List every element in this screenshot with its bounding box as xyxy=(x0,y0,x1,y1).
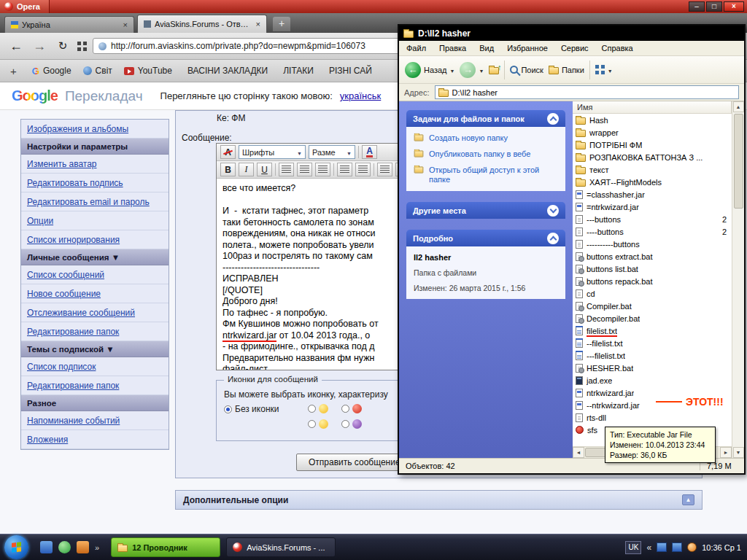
sidebar-item[interactable]: Опции xyxy=(21,211,169,230)
file-row[interactable]: ----------buttons xyxy=(573,238,732,250)
bookmark-item[interactable]: ЛІТАКИ xyxy=(279,66,314,76)
align-left-button[interactable] xyxy=(279,163,294,176)
tab-aviaskins[interactable]: AviaSkins.Forums - Ответит xyxy=(137,15,267,33)
task-link[interactable]: Опубликовать папку в вебе xyxy=(414,149,558,159)
sidebar-item[interactable]: Напоминание событий xyxy=(21,411,169,430)
chevron-down-icon[interactable] xyxy=(608,66,613,74)
menu-item[interactable]: Справка xyxy=(602,44,633,52)
menu-item[interactable]: Правка xyxy=(439,44,466,52)
bookmark-item[interactable]: Світ xyxy=(83,66,112,76)
taskbar-clock[interactable]: 10:36 Ср 1 xyxy=(702,543,741,552)
taskbar-button-opera[interactable]: AviaSkins.Forums - ... xyxy=(226,537,336,557)
sidebar-item[interactable]: Редактировать подпись xyxy=(21,174,169,192)
collapse-chevron-icon[interactable] xyxy=(547,233,559,244)
icon-radio[interactable] xyxy=(308,404,328,413)
file-row[interactable]: HESHER.bat xyxy=(573,362,732,374)
bookmark-item[interactable]: РІЗНІ САЙ xyxy=(325,66,372,76)
file-row[interactable]: buttons extract.bat xyxy=(573,250,732,262)
collapse-tray-icon[interactable] xyxy=(646,542,651,553)
file-row[interactable]: cd xyxy=(573,287,732,300)
file-row[interactable]: jad.exe xyxy=(573,374,732,386)
file-row[interactable]: Compiler.bat xyxy=(573,300,732,312)
sidebar-item[interactable]: Вложения xyxy=(21,430,169,449)
bookmark-item[interactable]: YouTube xyxy=(124,66,172,76)
icon-radio[interactable] xyxy=(341,404,362,413)
file-row[interactable]: текст xyxy=(573,163,732,176)
sidebar-item[interactable]: Изображения и альбомы xyxy=(21,120,169,139)
opera-titlebar[interactable]: Opera xyxy=(0,0,747,13)
size-select[interactable]: Разме xyxy=(309,145,355,159)
back-button[interactable] xyxy=(7,39,25,54)
quick-launch-icon-2[interactable] xyxy=(58,541,71,553)
tab-close-icon[interactable] xyxy=(123,20,128,29)
up-folder-button[interactable] xyxy=(489,67,499,74)
address-input[interactable]: D:\Il2 hasher xyxy=(435,85,739,99)
additional-options-header[interactable]: Дополнительные опции xyxy=(175,490,703,510)
remove-format-button[interactable] xyxy=(220,145,236,159)
menu-item[interactable]: Файл xyxy=(406,44,426,52)
menu-item[interactable]: Избранное xyxy=(507,44,548,52)
file-row[interactable]: buttons list.bat xyxy=(573,262,732,275)
collapse-chevron-icon[interactable] xyxy=(547,113,559,125)
file-row[interactable]: wrapper xyxy=(573,126,732,139)
bold-button[interactable]: B xyxy=(220,163,236,176)
opera-menu-button[interactable]: Opera xyxy=(0,0,50,13)
explorer-titlebar[interactable]: D:\Il2 hasher xyxy=(399,26,744,41)
close-icon[interactable] xyxy=(724,1,744,12)
bookmark-item[interactable]: Google xyxy=(32,66,71,77)
file-row[interactable]: Decompiler.bat xyxy=(573,312,732,324)
quick-launch-snagit-icon[interactable] xyxy=(77,541,89,553)
file-row[interactable]: ПОТРІБНІ ФМ xyxy=(573,139,732,151)
font-select[interactable]: Шрифты xyxy=(239,145,306,159)
file-row[interactable]: ----buttons 2 xyxy=(573,225,732,238)
outdent-button[interactable] xyxy=(377,163,392,176)
sidebar-item[interactable]: Разное xyxy=(21,395,169,411)
taskbar-button-explorer[interactable]: 12 Проводник xyxy=(111,537,220,557)
sidebar-item[interactable]: Темы с подпиской ▼ xyxy=(21,341,169,357)
file-tasks-header[interactable]: Задачи для файлов и папок xyxy=(406,110,565,127)
tray-monitor-icon[interactable] xyxy=(672,542,682,552)
column-header-name[interactable]: Имя xyxy=(573,101,732,114)
sidebar-item[interactable]: Список сообщений xyxy=(21,265,169,284)
back-button[interactable]: Назад xyxy=(405,62,454,78)
chevron-down-icon[interactable] xyxy=(450,66,455,74)
details-header[interactable]: Подробно xyxy=(406,230,565,246)
file-row[interactable]: =classhasher.jar xyxy=(573,188,732,201)
file-row[interactable]: ---filelist.txt xyxy=(573,349,732,362)
bookmark-item[interactable]: ВАСІНИ ЗАКЛАДКИ xyxy=(184,66,268,76)
maximize-icon[interactable] xyxy=(706,1,722,12)
file-row[interactable]: Hash xyxy=(573,114,732,126)
file-row[interactable]: rts-dll xyxy=(573,411,732,424)
task-link[interactable]: Создать новую папку xyxy=(414,133,558,143)
file-row[interactable]: buttons repack.bat xyxy=(573,275,732,287)
sidebar-item[interactable]: Отслеживание сообщений xyxy=(21,303,169,322)
menu-item[interactable]: Сервис xyxy=(561,44,589,52)
tab-close-icon[interactable] xyxy=(256,20,260,28)
reload-button[interactable] xyxy=(54,39,71,52)
bookmark-item[interactable] xyxy=(10,65,20,77)
no-icon-radio[interactable]: Без иконки xyxy=(224,404,279,414)
sidebar-item[interactable]: Список игнорирования xyxy=(21,230,169,249)
sidebar-item[interactable]: Личные сообщения ▼ xyxy=(21,249,169,265)
ordered-list-button[interactable] xyxy=(337,163,352,176)
icon-radio[interactable] xyxy=(341,419,362,429)
scroll-right-icon[interactable]: ► xyxy=(720,447,732,458)
other-places-header[interactable]: Другие места xyxy=(406,202,565,219)
italic-button[interactable]: I xyxy=(239,163,254,176)
send-message-button[interactable]: Отправить сообщение xyxy=(296,454,413,471)
vertical-scrollbar[interactable]: ▲ ▼ xyxy=(732,101,744,458)
unordered-list-button[interactable] xyxy=(355,163,371,176)
menu-item[interactable]: Вид xyxy=(479,44,494,52)
new-tab-button[interactable] xyxy=(273,17,290,31)
file-row[interactable]: РОЗПАКОВКА БАТТОНЗА З ... xyxy=(573,151,732,163)
sidebar-item[interactable]: Редактирование папок xyxy=(21,376,169,395)
views-button[interactable] xyxy=(595,65,613,74)
align-center-button[interactable] xyxy=(297,163,312,176)
search-button[interactable]: Поиск xyxy=(510,66,543,74)
sidebar-item[interactable]: Редактирование папок xyxy=(21,322,169,341)
chevron-down-icon[interactable] xyxy=(479,66,484,74)
sidebar-item[interactable]: Редактировать email и пароль xyxy=(21,192,169,211)
tray-network-icon[interactable] xyxy=(657,542,667,552)
sidebar-item[interactable]: Изменить аватар xyxy=(21,155,169,174)
file-row[interactable]: ---buttons 2 xyxy=(573,213,732,225)
